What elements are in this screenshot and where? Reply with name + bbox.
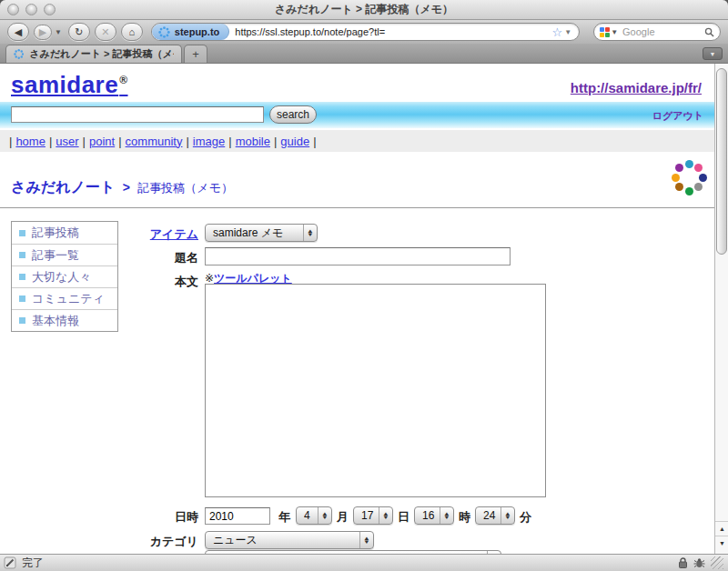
header-divider [0, 207, 714, 208]
samidare-logo-link[interactable]: samidare® [11, 71, 128, 99]
scroll-up-arrow[interactable]: ▲ [715, 521, 728, 536]
breadcrumb-separator: > [123, 180, 130, 195]
url-input[interactable] [229, 26, 551, 37]
magnifier-icon[interactable] [704, 27, 714, 37]
status-text: 完了 [22, 556, 44, 571]
resize-grip[interactable] [711, 556, 723, 569]
google-engine-icon[interactable] [600, 27, 610, 37]
nav-separator: | [83, 135, 86, 148]
tab-title: さみだれノート > 記事投稿（メモ） [29, 47, 174, 61]
sidebar-item-1[interactable]: 記事一覧 [12, 244, 117, 265]
pencil-status-icon[interactable] [4, 556, 16, 569]
zoom-window-button[interactable] [44, 4, 56, 15]
scrollbar-thumb[interactable] [716, 68, 727, 255]
bug-icon[interactable] [693, 557, 705, 569]
minute-select[interactable]: 24▲▼ [475, 506, 515, 525]
history-dropdown-icon[interactable]: ▼ [55, 28, 62, 36]
web-search-bar: ▼ [593, 23, 721, 41]
list-all-tabs-button[interactable]: ▼ [703, 47, 723, 60]
tool-palette-link[interactable]: ツールパレット [214, 272, 292, 285]
stop-button[interactable]: ✕ [95, 23, 116, 41]
samidare-site-link[interactable]: http://samidare.jp/fr/ [571, 80, 702, 95]
forward-button[interactable]: ▶ [34, 25, 52, 40]
scroll-down-arrow[interactable]: ▼ [715, 536, 728, 550]
select-stepper-icon: ▲▼ [318, 507, 331, 524]
month-select[interactable]: 4▲▼ [296, 506, 332, 525]
logo-dot [685, 160, 693, 168]
logo-dot [694, 164, 703, 172]
title-input[interactable] [205, 247, 511, 265]
site-search-input[interactable] [11, 106, 264, 123]
body-label: 本文 [118, 274, 198, 290]
lock-icon[interactable] [678, 557, 688, 569]
home-button[interactable]: ⌂ [121, 23, 143, 41]
body-textarea[interactable] [205, 284, 546, 497]
select-stepper-icon: ▲▼ [303, 225, 317, 241]
close-window-button[interactable] [7, 4, 19, 15]
global-nav: |home|user|point|community|image|mobile|… [0, 130, 714, 152]
breadcrumb-current: 記事投稿（メモ） [137, 181, 233, 195]
select-stepper-icon: ▲▼ [379, 507, 392, 524]
page-viewport: samidare® http://samidare.jp/fr/ search … [0, 64, 714, 554]
tab-samidare-note[interactable]: さみだれノート > 記事投稿（メモ） [5, 45, 182, 63]
hour-select[interactable]: 16▲▼ [414, 506, 454, 525]
minimize-window-button[interactable] [25, 4, 37, 15]
site-search-bar: search ログアウト [0, 102, 714, 128]
site-identity-button[interactable]: stepup.to [152, 24, 230, 40]
sidebar-item-3[interactable]: コミュニティ [12, 287, 117, 309]
logo-dot [675, 164, 683, 172]
status-bar: 完了 [0, 554, 728, 571]
reload-button[interactable]: ↻ [68, 23, 90, 41]
month-unit: 月 [337, 509, 349, 526]
url-dropdown-icon[interactable]: ▼ [564, 28, 571, 36]
hour-unit: 時 [459, 509, 470, 526]
bullet-icon [19, 317, 25, 324]
web-search-input[interactable] [622, 26, 702, 37]
nav-separator: | [274, 135, 277, 148]
sidebar-item-2[interactable]: 大切な人々 [12, 265, 117, 287]
nav-link-image[interactable]: image [193, 135, 225, 148]
nav-link-community[interactable]: community [126, 135, 183, 148]
bookmark-star-icon[interactable]: ☆ [552, 25, 563, 39]
tab-favicon-icon [14, 48, 24, 60]
sidebar-item-label: 基本情報 [32, 313, 79, 329]
nav-link-point[interactable]: point [89, 135, 115, 148]
logo-text: samidare [11, 71, 118, 98]
item-link[interactable]: アイテム [150, 227, 198, 241]
browser-window: さみだれノート > 記事投稿（メモ） ◀ ▶ ▼ ↻ ✕ ⌂ stepup.to… [0, 0, 728, 571]
new-tab-button[interactable]: + [184, 45, 207, 63]
nav-link-guide[interactable]: guide [280, 135, 309, 148]
select-stepper-icon: ▲▼ [440, 507, 453, 524]
registered-mark: ® [119, 74, 127, 86]
samidare-dots-logo-icon [669, 157, 709, 197]
nav-link-home[interactable]: home [15, 135, 46, 148]
year-input[interactable] [205, 507, 270, 525]
select-stepper-icon: ▲▼ [359, 532, 373, 548]
item-select[interactable]: samidare メモ ▲▼ [205, 224, 318, 242]
sidebar-item-4[interactable]: 基本情報 [12, 309, 117, 331]
bullet-icon [19, 296, 25, 302]
item-label-link: アイテム [118, 226, 198, 243]
search-engine-dropdown-icon[interactable]: ▼ [611, 28, 618, 36]
nav-separator: | [9, 135, 12, 148]
window-title: さみだれノート > 記事投稿（メモ） [275, 2, 453, 17]
day-select[interactable]: 17▲▼ [353, 506, 393, 525]
nav-link-mobile[interactable]: mobile [236, 135, 270, 148]
breadcrumb-parent-link[interactable]: さみだれノート [11, 179, 115, 195]
nav-link-user[interactable]: user [56, 135, 78, 148]
sidebar-menu: 記事投稿記事一覧大切な人々コミュニティ基本情報 [11, 221, 118, 332]
minute-unit: 分 [520, 509, 531, 526]
back-button[interactable]: ◀ [7, 23, 29, 41]
category-select[interactable]: ニュース▲▼ [205, 531, 374, 549]
sidebar-item-0[interactable]: 記事投稿 [12, 222, 117, 244]
site-identity-label: stepup.to [175, 26, 220, 37]
vertical-scrollbar[interactable]: ▲ ▼ [714, 64, 728, 554]
site-search-button[interactable]: search [269, 105, 317, 124]
logout-link[interactable]: ログアウト [652, 109, 703, 123]
select-stepper-icon: ▲▼ [500, 507, 514, 524]
logo-dot [675, 183, 683, 191]
nav-separator: | [118, 135, 121, 148]
logo-dot [685, 187, 693, 195]
sidebar-item-label: コミュニティ [32, 291, 105, 307]
title-label: 題名 [118, 250, 198, 266]
